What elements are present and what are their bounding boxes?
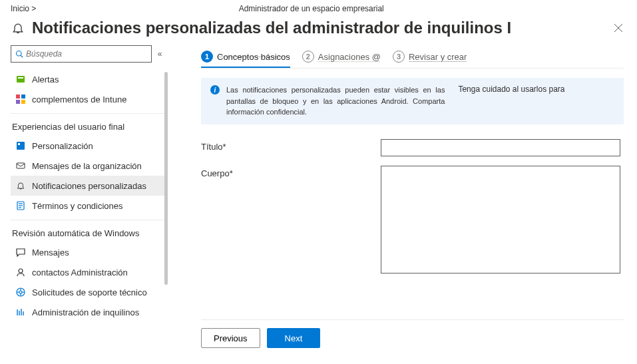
step-label: Conceptos básicos bbox=[217, 52, 290, 62]
sidebar-item-label: contactos Administración bbox=[32, 268, 128, 277]
stepper: 1 Conceptos básicos 2 Asignaciones @ 3 R… bbox=[201, 51, 624, 69]
title-input[interactable] bbox=[381, 139, 620, 156]
sidebar-item-personalizacion[interactable]: Personalización bbox=[11, 136, 168, 156]
step-basics[interactable]: 1 Conceptos básicos bbox=[201, 51, 290, 68]
svg-point-19 bbox=[19, 291, 22, 293]
svg-rect-7 bbox=[21, 94, 25, 98]
page-title: Notificaciones personalizadas del admini… bbox=[32, 19, 610, 37]
sidebar-item-contactos[interactable]: contactos Administración bbox=[11, 262, 168, 282]
svg-rect-6 bbox=[16, 94, 20, 98]
title-label: Título* bbox=[201, 139, 381, 156]
step-review[interactable]: 3 Revisar y crear bbox=[393, 51, 467, 67]
svg-point-2 bbox=[17, 51, 22, 57]
section-header-experiencias: Experiencias del usuario final bbox=[11, 113, 168, 136]
svg-point-17 bbox=[19, 269, 23, 273]
terms-icon bbox=[15, 200, 27, 212]
tenant-admin-icon bbox=[15, 306, 27, 318]
sidebar-item-label: Términos y condiciones bbox=[32, 201, 123, 211]
sidebar-item-label: complementos de Intune bbox=[32, 94, 126, 104]
svg-line-3 bbox=[21, 55, 23, 57]
bell-small-icon bbox=[15, 180, 27, 192]
close-button[interactable] bbox=[610, 20, 626, 36]
section-header-revision: Revisión automática de Windows bbox=[11, 220, 168, 242]
sidebar-item-mensajes-org[interactable]: Mensajes de la organización bbox=[11, 156, 168, 176]
body-label: Cuerpo* bbox=[201, 166, 381, 275]
sidebar-item-admin-inquilinos[interactable]: Administración de inquilinos bbox=[11, 302, 168, 322]
svg-rect-11 bbox=[18, 143, 20, 145]
sidebar-item-label: Personalización bbox=[32, 141, 93, 151]
step-number-badge: 1 bbox=[201, 51, 213, 63]
sidebar-item-mensajes[interactable]: Mensajes bbox=[11, 242, 168, 262]
tenant-label: Administrador de un espacio empresarial bbox=[36, 4, 586, 13]
sidebar-item-label: Notificaciones personalizadas bbox=[32, 181, 146, 191]
footer: Previous Next bbox=[201, 319, 624, 356]
sidebar-item-label: Alertas bbox=[32, 75, 59, 85]
search-input[interactable] bbox=[26, 49, 147, 59]
collapse-sidebar-button[interactable]: « bbox=[152, 49, 168, 59]
sidebar-item-terminos[interactable]: Términos y condiciones bbox=[11, 196, 168, 216]
search-icon bbox=[15, 50, 23, 58]
sidebar-item-label: Solicitudes de soporte técnico bbox=[32, 287, 147, 297]
sidebar-item-alertas[interactable]: Alertas bbox=[11, 69, 168, 89]
alerts-icon bbox=[15, 73, 27, 85]
sidebar-item-label: Mensajes bbox=[32, 248, 69, 258]
bell-icon bbox=[11, 21, 25, 35]
info-banner-text: Las notificaciones personalizadas pueden… bbox=[226, 85, 445, 118]
svg-rect-10 bbox=[17, 142, 25, 150]
info-icon: i bbox=[210, 85, 220, 94]
support-icon bbox=[15, 286, 27, 298]
svg-rect-8 bbox=[16, 100, 20, 104]
svg-rect-5 bbox=[18, 77, 23, 79]
sidebar-item-soporte[interactable]: Solicitudes de soporte técnico bbox=[11, 282, 168, 302]
step-assignments[interactable]: 2 Asignaciones @ bbox=[302, 51, 381, 67]
sidebar-item-notificaciones[interactable]: Notificaciones personalizadas bbox=[11, 176, 168, 196]
addons-icon bbox=[15, 93, 27, 105]
org-messages-icon bbox=[15, 160, 27, 172]
content-pane: 1 Conceptos básicos 2 Asignaciones @ 3 R… bbox=[168, 45, 637, 356]
info-banner: i Las notificaciones personalizadas pued… bbox=[201, 78, 624, 124]
svg-rect-12 bbox=[17, 163, 25, 168]
svg-rect-4 bbox=[17, 76, 25, 83]
step-number-badge: 2 bbox=[302, 51, 314, 63]
sidebar-item-label: Mensajes de la organización bbox=[32, 161, 142, 171]
svg-rect-9 bbox=[21, 100, 25, 104]
step-number-badge: 3 bbox=[393, 51, 405, 63]
sidebar: « Alertas complementos de Intune Experie… bbox=[0, 45, 168, 356]
breadcrumb[interactable]: Inicio > bbox=[11, 4, 36, 13]
sidebar-item-complementos[interactable]: complementos de Intune bbox=[11, 89, 168, 109]
info-banner-text-right: Tenga cuidado al usarlos para bbox=[451, 85, 614, 94]
body-textarea[interactable] bbox=[381, 166, 620, 273]
step-label: Asignaciones @ bbox=[318, 52, 381, 62]
search-box[interactable] bbox=[11, 45, 152, 63]
messages-icon bbox=[15, 246, 27, 258]
sidebar-item-label: Administración de inquilinos bbox=[32, 307, 139, 317]
contact-icon bbox=[15, 266, 27, 278]
customization-icon bbox=[15, 140, 27, 152]
step-label: Revisar y crear bbox=[409, 52, 467, 62]
next-button[interactable]: Next bbox=[267, 328, 321, 348]
previous-button[interactable]: Previous bbox=[201, 328, 260, 348]
